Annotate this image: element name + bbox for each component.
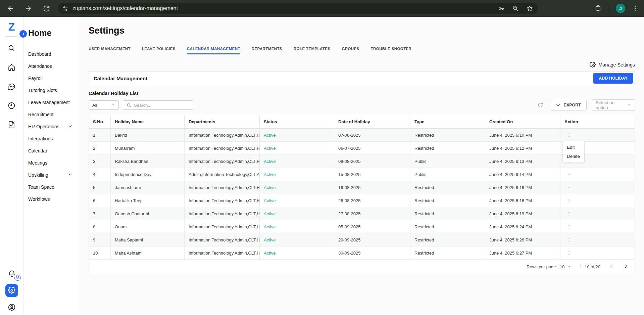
sidebar-item-recruitment[interactable]: Recruitment bbox=[28, 108, 78, 121]
row-actions-kebab-icon[interactable] bbox=[564, 250, 574, 256]
status-badge: Active bbox=[264, 211, 276, 216]
cell-sno: 7 bbox=[89, 207, 110, 220]
column-header: Created On bbox=[485, 115, 560, 128]
cell-created-on: June 4, 2025 6:24 PM bbox=[485, 220, 560, 233]
tab-calendar-management[interactable]: CALENDAR MANAGEMENT bbox=[187, 47, 240, 54]
cell-type: Restricted bbox=[410, 220, 485, 233]
sidebar-title: Home bbox=[28, 28, 78, 38]
context-menu-delete[interactable]: Delete bbox=[563, 152, 584, 161]
sidebar-item-label: Tutoring Slots bbox=[28, 87, 57, 93]
profile-icon[interactable] bbox=[6, 302, 17, 313]
cell-sno: 9 bbox=[89, 233, 110, 246]
chat-icon[interactable] bbox=[6, 81, 17, 92]
sidebar-item-integrations[interactable]: Integrations bbox=[28, 133, 78, 145]
cell-created-on: June 4, 2025 6:19 PM bbox=[485, 207, 560, 220]
row-actions-kebab-icon[interactable] bbox=[564, 184, 574, 191]
pagination-next-icon[interactable] bbox=[623, 264, 629, 270]
cell-date: 15-08-2025 bbox=[334, 168, 410, 181]
notifications-bell-icon[interactable]: 33 bbox=[6, 268, 17, 279]
sidebar-item-tutoring-slots[interactable]: Tutoring Slots bbox=[28, 84, 78, 96]
cell-date: 29-09-2025 bbox=[334, 233, 410, 246]
browser-profile-avatar[interactable]: J bbox=[616, 4, 625, 13]
cell-sno: 3 bbox=[89, 155, 110, 168]
app-logo[interactable]: Z bbox=[8, 21, 15, 32]
extensions-icon[interactable] bbox=[595, 5, 602, 12]
row-actions-kebab-icon[interactable] bbox=[564, 132, 574, 138]
bookmark-star-icon[interactable] bbox=[526, 5, 533, 12]
sidebar-item-dashboard[interactable]: Dashboard bbox=[28, 48, 78, 60]
tab-leave-policies[interactable]: LEAVE POLICIES bbox=[142, 47, 176, 54]
sidebar-item-label: Dashboard bbox=[28, 51, 51, 57]
cell-created-on: June 4, 2025 6:13 PM bbox=[485, 155, 560, 168]
sidebar-item-team-space[interactable]: Team Space bbox=[28, 181, 78, 193]
cell-holiday-name: Bakrid bbox=[110, 129, 184, 141]
status-badge: Active bbox=[264, 133, 276, 138]
password-key-icon[interactable] bbox=[498, 5, 505, 12]
sidebar-menu: DashboardAttendancePayrollTutoring Slots… bbox=[28, 48, 78, 205]
tab-trouble-shooter[interactable]: TROUBLE SHOOTER bbox=[371, 47, 412, 54]
sidebar-item-leave-management[interactable]: Leave Management bbox=[28, 96, 78, 108]
add-holiday-button[interactable]: ADD HOLIDAY bbox=[593, 73, 633, 84]
browser-menu-icon[interactable] bbox=[632, 5, 639, 12]
row-actions-kebab-icon[interactable] bbox=[564, 224, 574, 230]
tab-user-management[interactable]: USER MANAGEMENT bbox=[89, 47, 131, 54]
browser-back-button[interactable] bbox=[5, 3, 15, 13]
sidebar-item-label: Integrations bbox=[28, 136, 53, 142]
sidebar-item-workflows[interactable]: Workflows bbox=[28, 193, 78, 205]
filter-type-select[interactable]: All bbox=[89, 100, 119, 110]
chevron-down-icon[interactable] bbox=[567, 265, 571, 269]
tab-role-templates[interactable]: ROLE TEMPLATES bbox=[294, 47, 331, 54]
sidebar-item-label: Workflows bbox=[28, 196, 50, 202]
tab-groups[interactable]: GROUPS bbox=[342, 47, 359, 54]
column-header: S.No bbox=[89, 115, 110, 128]
tab-departments[interactable]: DEPARTMENTS bbox=[252, 47, 282, 54]
sidebar-item-label: Recruitment bbox=[28, 111, 53, 118]
rows-per-page-value[interactable]: 10 bbox=[560, 264, 564, 269]
site-settings-icon[interactable] bbox=[62, 5, 68, 12]
clock-icon[interactable] bbox=[6, 100, 17, 111]
settings-gear-icon[interactable] bbox=[5, 284, 18, 297]
zoom-out-icon[interactable] bbox=[512, 5, 519, 12]
search-input[interactable] bbox=[134, 103, 188, 108]
sidebar-item-label: Leave Management bbox=[28, 99, 70, 105]
column-header: Type bbox=[410, 115, 485, 128]
address-bar[interactable]: zupians.com/settings/calendar-management bbox=[58, 3, 538, 14]
table-row: 6 Hartalika Teej Information Technology,… bbox=[89, 194, 635, 207]
cell-type: Public bbox=[410, 168, 485, 181]
row-actions-kebab-icon[interactable] bbox=[564, 211, 574, 217]
list-title: Calendar Holiday List bbox=[89, 91, 635, 96]
sidebar-item-meetings[interactable]: Meetings bbox=[28, 157, 78, 169]
sidebar-item-upskilling[interactable]: Upskilling bbox=[28, 169, 78, 181]
browser-reload-button[interactable] bbox=[42, 4, 51, 13]
browser-forward-button[interactable] bbox=[23, 3, 34, 13]
sidebar-item-hr-operations[interactable]: HR Operations bbox=[28, 121, 78, 133]
sidebar-item-label: HR Operations bbox=[28, 124, 59, 130]
cell-holiday-name: Maha Saptami bbox=[110, 233, 184, 246]
cell-date: 05-09-2025 bbox=[334, 220, 410, 233]
sidebar-item-calendar[interactable]: Calendar bbox=[28, 145, 78, 157]
manage-settings-label: Manage Settings bbox=[598, 62, 635, 68]
cell-date: 26-08-2025 bbox=[334, 194, 410, 207]
pagination-prev-icon[interactable] bbox=[609, 264, 614, 270]
search-icon[interactable] bbox=[6, 43, 17, 54]
search-field[interactable] bbox=[123, 100, 193, 110]
export-button[interactable]: EXPORT bbox=[550, 100, 587, 110]
manage-settings-button[interactable]: Manage Settings bbox=[89, 62, 635, 68]
holiday-table: S.NoHoliday NameDepartmentsStatusDate of… bbox=[89, 115, 635, 274]
sidebar-item-payroll[interactable]: Payroll bbox=[28, 72, 78, 84]
option-select[interactable]: Select an option bbox=[592, 99, 635, 111]
panel-collapse-icon[interactable] bbox=[19, 30, 27, 38]
row-actions-kebab-icon[interactable] bbox=[564, 197, 574, 204]
refresh-icon[interactable] bbox=[536, 101, 545, 109]
row-actions-kebab-icon[interactable] bbox=[564, 171, 574, 178]
status-badge: Active bbox=[264, 172, 276, 177]
home-icon[interactable] bbox=[6, 62, 17, 73]
row-actions-kebab-icon[interactable] bbox=[564, 237, 574, 243]
tasks-icon[interactable] bbox=[6, 119, 17, 130]
url-text[interactable]: zupians.com/settings/calendar-management bbox=[72, 5, 498, 11]
context-menu-edit[interactable]: Edit bbox=[563, 143, 584, 152]
table-row: 7 Ganesh Chaturthi Information Technolog… bbox=[89, 207, 635, 220]
status-badge: Active bbox=[264, 224, 276, 229]
table-row: 2 Muharram Information Technology,Admin,… bbox=[89, 142, 635, 155]
sidebar-item-attendance[interactable]: Attendance bbox=[28, 60, 78, 72]
